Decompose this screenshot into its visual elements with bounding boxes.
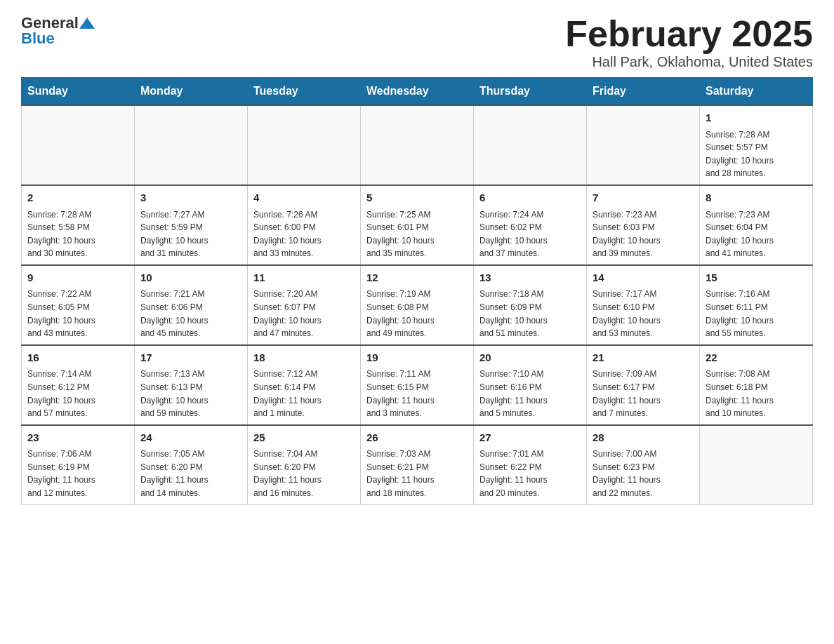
col-tuesday: Tuesday xyxy=(248,78,361,106)
table-row: 4Sunrise: 7:26 AM Sunset: 6:00 PM Daylig… xyxy=(248,185,361,265)
table-row: 2Sunrise: 7:28 AM Sunset: 5:58 PM Daylig… xyxy=(22,185,135,265)
table-row: 8Sunrise: 7:23 AM Sunset: 6:04 PM Daylig… xyxy=(700,185,813,265)
table-row xyxy=(135,105,248,185)
table-row xyxy=(248,105,361,185)
day-number: 20 xyxy=(479,350,581,366)
table-row: 10Sunrise: 7:21 AM Sunset: 6:06 PM Dayli… xyxy=(135,265,248,345)
day-number: 8 xyxy=(706,190,807,206)
table-row xyxy=(361,105,474,185)
day-number: 13 xyxy=(479,270,581,286)
title-block: February 2025 Hall Park, Oklahoma, Unite… xyxy=(565,14,813,70)
table-row xyxy=(700,425,813,504)
calendar-week-row: 9Sunrise: 7:22 AM Sunset: 6:05 PM Daylig… xyxy=(22,265,813,345)
table-row: 21Sunrise: 7:09 AM Sunset: 6:17 PM Dayli… xyxy=(587,345,700,425)
day-info: Sunrise: 7:14 AM Sunset: 6:12 PM Dayligh… xyxy=(27,368,128,420)
day-number: 9 xyxy=(27,270,128,286)
table-row: 18Sunrise: 7:12 AM Sunset: 6:14 PM Dayli… xyxy=(248,345,361,425)
day-number: 5 xyxy=(366,190,468,206)
table-row: 24Sunrise: 7:05 AM Sunset: 6:20 PM Dayli… xyxy=(135,425,248,504)
table-row: 19Sunrise: 7:11 AM Sunset: 6:15 PM Dayli… xyxy=(361,345,474,425)
table-row: 22Sunrise: 7:08 AM Sunset: 6:18 PM Dayli… xyxy=(700,345,813,425)
day-number: 23 xyxy=(27,430,128,446)
day-number: 7 xyxy=(593,190,694,206)
calendar-week-row: 16Sunrise: 7:14 AM Sunset: 6:12 PM Dayli… xyxy=(22,345,813,425)
day-number: 26 xyxy=(366,430,468,446)
logo-triangle-icon xyxy=(79,18,87,29)
day-info: Sunrise: 7:03 AM Sunset: 6:21 PM Dayligh… xyxy=(366,448,468,499)
table-row: 11Sunrise: 7:20 AM Sunset: 6:07 PM Dayli… xyxy=(248,265,361,345)
table-row: 3Sunrise: 7:27 AM Sunset: 5:59 PM Daylig… xyxy=(135,185,248,265)
day-number: 18 xyxy=(253,350,355,366)
table-row: 1Sunrise: 7:28 AM Sunset: 5:57 PM Daylig… xyxy=(700,105,813,185)
day-info: Sunrise: 7:26 AM Sunset: 6:00 PM Dayligh… xyxy=(253,208,355,260)
logo-triangle-icon2 xyxy=(87,18,95,29)
table-row: 15Sunrise: 7:16 AM Sunset: 6:11 PM Dayli… xyxy=(700,265,813,345)
table-row xyxy=(474,105,587,185)
calendar-table: Sunday Monday Tuesday Wednesday Thursday… xyxy=(21,77,813,504)
table-row: 14Sunrise: 7:17 AM Sunset: 6:10 PM Dayli… xyxy=(587,265,700,345)
col-wednesday: Wednesday xyxy=(361,78,474,106)
table-row: 20Sunrise: 7:10 AM Sunset: 6:16 PM Dayli… xyxy=(474,345,587,425)
table-row: 6Sunrise: 7:24 AM Sunset: 6:02 PM Daylig… xyxy=(474,185,587,265)
day-info: Sunrise: 7:19 AM Sunset: 6:08 PM Dayligh… xyxy=(366,288,468,340)
day-info: Sunrise: 7:13 AM Sunset: 6:13 PM Dayligh… xyxy=(140,368,241,420)
day-number: 6 xyxy=(479,190,581,206)
col-friday: Friday xyxy=(587,78,700,106)
day-info: Sunrise: 7:27 AM Sunset: 5:59 PM Dayligh… xyxy=(140,208,241,260)
day-number: 16 xyxy=(27,350,128,366)
table-row: 7Sunrise: 7:23 AM Sunset: 6:03 PM Daylig… xyxy=(587,185,700,265)
day-info: Sunrise: 7:20 AM Sunset: 6:07 PM Dayligh… xyxy=(253,288,355,340)
day-number: 11 xyxy=(253,270,355,286)
day-number: 4 xyxy=(253,190,355,206)
table-row: 25Sunrise: 7:04 AM Sunset: 6:20 PM Dayli… xyxy=(248,425,361,504)
logo: General Blue xyxy=(21,14,95,48)
day-number: 15 xyxy=(706,270,807,286)
col-sunday: Sunday xyxy=(22,78,135,106)
day-number: 22 xyxy=(706,350,807,366)
table-row: 28Sunrise: 7:00 AM Sunset: 6:23 PM Dayli… xyxy=(587,425,700,504)
table-row: 12Sunrise: 7:19 AM Sunset: 6:08 PM Dayli… xyxy=(361,265,474,345)
table-row xyxy=(587,105,700,185)
table-row: 17Sunrise: 7:13 AM Sunset: 6:13 PM Dayli… xyxy=(135,345,248,425)
day-info: Sunrise: 7:22 AM Sunset: 6:05 PM Dayligh… xyxy=(27,288,128,340)
day-info: Sunrise: 7:21 AM Sunset: 6:06 PM Dayligh… xyxy=(140,288,241,340)
day-info: Sunrise: 7:17 AM Sunset: 6:10 PM Dayligh… xyxy=(593,288,694,340)
day-info: Sunrise: 7:08 AM Sunset: 6:18 PM Dayligh… xyxy=(706,368,807,420)
table-row: 26Sunrise: 7:03 AM Sunset: 6:21 PM Dayli… xyxy=(361,425,474,504)
day-info: Sunrise: 7:11 AM Sunset: 6:15 PM Dayligh… xyxy=(366,368,468,420)
day-info: Sunrise: 7:28 AM Sunset: 5:57 PM Dayligh… xyxy=(706,128,807,180)
table-row: 9Sunrise: 7:22 AM Sunset: 6:05 PM Daylig… xyxy=(22,265,135,345)
day-info: Sunrise: 7:16 AM Sunset: 6:11 PM Dayligh… xyxy=(706,288,807,340)
calendar-week-row: 1Sunrise: 7:28 AM Sunset: 5:57 PM Daylig… xyxy=(22,105,813,185)
day-info: Sunrise: 7:24 AM Sunset: 6:02 PM Dayligh… xyxy=(479,208,581,260)
day-number: 24 xyxy=(140,430,241,446)
day-number: 17 xyxy=(140,350,241,366)
table-row: 23Sunrise: 7:06 AM Sunset: 6:19 PM Dayli… xyxy=(22,425,135,504)
table-row: 27Sunrise: 7:01 AM Sunset: 6:22 PM Dayli… xyxy=(474,425,587,504)
day-number: 3 xyxy=(140,190,241,206)
col-saturday: Saturday xyxy=(700,78,813,106)
day-info: Sunrise: 7:06 AM Sunset: 6:19 PM Dayligh… xyxy=(27,448,128,499)
day-info: Sunrise: 7:25 AM Sunset: 6:01 PM Dayligh… xyxy=(366,208,468,260)
logo-blue-text: Blue xyxy=(21,29,55,48)
day-info: Sunrise: 7:09 AM Sunset: 6:17 PM Dayligh… xyxy=(593,368,694,420)
table-row: 13Sunrise: 7:18 AM Sunset: 6:09 PM Dayli… xyxy=(474,265,587,345)
day-info: Sunrise: 7:12 AM Sunset: 6:14 PM Dayligh… xyxy=(253,368,355,420)
table-row: 16Sunrise: 7:14 AM Sunset: 6:12 PM Dayli… xyxy=(22,345,135,425)
day-info: Sunrise: 7:04 AM Sunset: 6:20 PM Dayligh… xyxy=(253,448,355,499)
day-info: Sunrise: 7:05 AM Sunset: 6:20 PM Dayligh… xyxy=(140,448,241,499)
page-header: General Blue February 2025 Hall Park, Ok… xyxy=(21,14,813,70)
calendar-header-row: Sunday Monday Tuesday Wednesday Thursday… xyxy=(22,78,813,106)
day-number: 1 xyxy=(706,110,807,126)
day-number: 27 xyxy=(479,430,581,446)
table-row: 5Sunrise: 7:25 AM Sunset: 6:01 PM Daylig… xyxy=(361,185,474,265)
day-info: Sunrise: 7:00 AM Sunset: 6:23 PM Dayligh… xyxy=(593,448,694,499)
table-row xyxy=(22,105,135,185)
page-title: February 2025 xyxy=(565,14,813,54)
day-info: Sunrise: 7:23 AM Sunset: 6:03 PM Dayligh… xyxy=(593,208,694,260)
day-number: 25 xyxy=(253,430,355,446)
calendar-week-row: 2Sunrise: 7:28 AM Sunset: 5:58 PM Daylig… xyxy=(22,185,813,265)
col-thursday: Thursday xyxy=(474,78,587,106)
calendar-week-row: 23Sunrise: 7:06 AM Sunset: 6:19 PM Dayli… xyxy=(22,425,813,504)
day-number: 14 xyxy=(593,270,694,286)
